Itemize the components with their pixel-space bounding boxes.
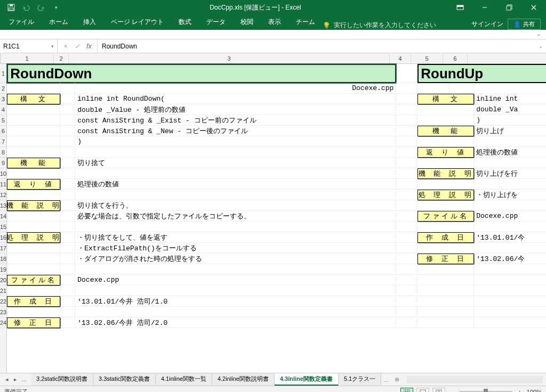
cell[interactable] — [474, 307, 546, 317]
cell[interactable] — [396, 147, 417, 158]
column-header[interactable] — [468, 53, 546, 63]
minimize-button[interactable] — [472, 0, 497, 15]
cell[interactable]: double _Value - 処理前の数値 — [75, 104, 396, 115]
section-label[interactable]: 機 能 — [417, 126, 474, 136]
row-header[interactable]: 2 — [0, 83, 6, 94]
row-header[interactable]: 15 — [0, 222, 6, 232]
cell[interactable] — [474, 243, 546, 254]
view-page-break-icon[interactable] — [432, 388, 445, 393]
cell[interactable] — [417, 275, 474, 285]
zoom-out-button[interactable]: − — [448, 389, 456, 393]
cell[interactable] — [60, 254, 75, 264]
column-header[interactable]: 1 — [1, 53, 54, 63]
row-header[interactable]: 4 — [0, 104, 6, 115]
cell[interactable] — [396, 264, 417, 275]
cell[interactable] — [60, 296, 75, 307]
cell[interactable] — [396, 317, 417, 328]
cell[interactable]: double _Va — [474, 104, 546, 115]
row-header[interactable]: 10 — [0, 168, 6, 179]
cell[interactable]: '13.02.06/今井 浩司/2.0 — [75, 317, 396, 328]
cell[interactable] — [396, 232, 417, 243]
ribbon-tab-数式[interactable]: 数式 — [171, 14, 199, 30]
row-header[interactable]: 17 — [0, 243, 6, 254]
cell[interactable] — [60, 211, 75, 222]
section-label[interactable]: 返 り 値 — [7, 179, 60, 190]
cell[interactable] — [60, 136, 75, 147]
section-label[interactable]: 処 理 説 明 — [7, 232, 60, 243]
row-header[interactable]: 9 — [0, 158, 6, 168]
cell[interactable]: 切り捨てを行う。 — [75, 200, 396, 211]
section-label[interactable]: 機 能 — [7, 158, 60, 168]
cell[interactable] — [7, 285, 60, 296]
cell[interactable] — [396, 296, 417, 307]
cell[interactable] — [60, 317, 75, 328]
cell[interactable] — [7, 136, 60, 147]
tab-nav-prev-icon[interactable]: ▸ — [12, 376, 19, 383]
cell[interactable] — [396, 158, 417, 168]
cell[interactable] — [60, 232, 75, 243]
cell[interactable] — [75, 168, 396, 179]
row-header[interactable]: 13 — [0, 200, 6, 211]
cell[interactable]: inline int RoundDown( — [75, 94, 396, 104]
section-label[interactable]: 構 文 — [7, 94, 60, 104]
close-button[interactable] — [521, 0, 546, 15]
cell[interactable]: ・切り上げを — [474, 190, 546, 200]
section-label[interactable]: 機 能 説 明 — [7, 200, 60, 211]
cell[interactable]: ・ExtractFilePath()をコールする — [75, 243, 396, 254]
cell[interactable] — [474, 158, 546, 168]
cell[interactable] — [7, 147, 60, 158]
cell[interactable] — [417, 200, 474, 211]
row-header[interactable]: 24 — [0, 317, 6, 328]
view-page-layout-icon[interactable] — [416, 388, 429, 393]
cell[interactable] — [396, 285, 417, 296]
cell[interactable] — [7, 264, 60, 275]
cell[interactable]: 必要な場合は、引数で指定したファイルをコピーする。 — [75, 211, 396, 222]
ribbon-tab-校閲[interactable]: 校閲 — [233, 14, 261, 30]
cell[interactable] — [396, 64, 417, 83]
cell[interactable] — [396, 94, 417, 104]
row-header[interactable]: 12 — [0, 190, 6, 200]
row-header[interactable]: 23 — [0, 307, 6, 317]
cell[interactable] — [474, 222, 546, 232]
cell[interactable] — [417, 136, 474, 147]
cell[interactable] — [75, 264, 396, 275]
cell[interactable] — [417, 243, 474, 254]
cell[interactable]: '13.01.01/今 — [474, 232, 546, 243]
cell[interactable] — [396, 126, 417, 136]
share-button[interactable]: 👤共有 — [508, 19, 541, 30]
cell[interactable] — [396, 254, 417, 264]
column-header[interactable]: 4 — [390, 53, 411, 63]
column-header[interactable]: 2 — [54, 53, 69, 63]
ribbon-expand-icon[interactable]: ⌄ — [536, 31, 541, 37]
section-label[interactable]: 構 文 — [417, 94, 474, 104]
ribbon-tab-ファイル[interactable]: ファイル — [1, 14, 42, 30]
cell[interactable] — [474, 317, 546, 328]
cell[interactable] — [60, 243, 75, 254]
cell[interactable] — [60, 94, 75, 104]
cell[interactable] — [417, 158, 474, 168]
cell[interactable] — [60, 126, 75, 136]
cell[interactable] — [7, 307, 60, 317]
cell[interactable]: inline int — [474, 94, 546, 104]
cell[interactable] — [60, 307, 75, 317]
cell[interactable] — [75, 190, 396, 200]
cell[interactable] — [60, 200, 75, 211]
cell[interactable] — [396, 307, 417, 317]
cell[interactable] — [474, 296, 546, 307]
redo-icon[interactable] — [34, 2, 48, 13]
cell[interactable] — [60, 275, 75, 285]
ribbon-tab-表示[interactable]: 表示 — [261, 14, 288, 30]
section-label[interactable]: ファイル名 — [417, 211, 474, 222]
cell[interactable] — [60, 158, 75, 168]
restore-button[interactable] — [497, 0, 521, 15]
tell-me-search[interactable]: 💡 実行したい作業を入力してください — [323, 21, 436, 30]
cell[interactable] — [7, 168, 60, 179]
row-header[interactable]: 7 — [0, 136, 6, 147]
cell[interactable] — [417, 264, 474, 275]
cell[interactable]: ・ダイアログが消された時の処理をする — [75, 254, 396, 264]
cell[interactable] — [396, 200, 417, 211]
sheet-tab[interactable]: 5.1クラス一 — [339, 373, 381, 386]
signin-link[interactable]: サインイン — [471, 20, 503, 29]
row-header[interactable]: 18 — [0, 254, 6, 264]
cell[interactable]: Docexe.cpp — [75, 275, 396, 285]
